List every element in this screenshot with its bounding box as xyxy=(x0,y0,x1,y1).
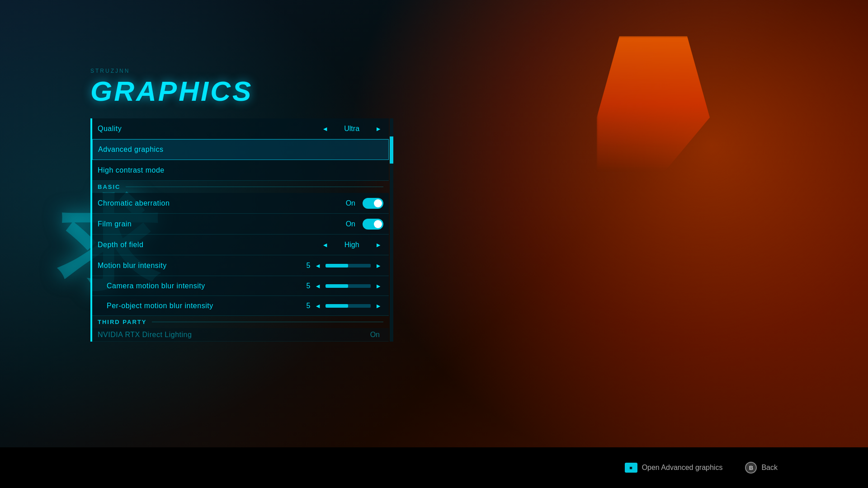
back-icon: B xyxy=(745,462,757,474)
quality-row[interactable]: Quality ◄ Ultra ► xyxy=(92,118,389,139)
section-third-party-text: THIRD PARTY xyxy=(98,319,146,325)
quality-value: Ultra xyxy=(334,125,370,133)
section-divider-basic xyxy=(126,187,383,187)
section-basic: BASIC xyxy=(92,181,389,193)
scrollbar[interactable] xyxy=(390,118,393,342)
depth-of-field-label: Depth of field xyxy=(98,241,320,249)
motion-blur-right-arrow[interactable]: ► xyxy=(373,262,383,269)
film-grain-row[interactable]: Film grain On xyxy=(92,214,389,235)
camera-blur-fill xyxy=(326,284,348,288)
per-object-blur-right-arrow[interactable]: ► xyxy=(373,302,383,310)
section-third-party: THIRD PARTY xyxy=(92,316,389,328)
quality-left-arrow[interactable]: ◄ xyxy=(320,125,330,132)
depth-value-container: ◄ High ► xyxy=(320,241,383,249)
nvidia-row[interactable]: NVIDIA RTX Direct Lighting On xyxy=(92,328,389,342)
back-label: Back xyxy=(761,464,778,472)
motion-blur-fill xyxy=(326,264,348,267)
chromatic-value-container: On xyxy=(346,198,383,209)
camera-blur-empty xyxy=(348,284,371,288)
quality-right-arrow[interactable]: ► xyxy=(373,125,383,132)
per-object-blur-empty xyxy=(348,304,371,308)
section-basic-text: BASIC xyxy=(98,183,120,190)
bottom-bar: ■ Open Advanced graphics B Back xyxy=(0,447,868,488)
camera-blur-value-container: 5 ◄ ► xyxy=(306,282,383,290)
section-divider-third-party xyxy=(152,322,383,322)
per-object-blur-fill xyxy=(326,304,348,308)
camera-blur-value-text: 5 xyxy=(306,282,310,290)
high-contrast-row[interactable]: High contrast mode xyxy=(92,160,389,181)
settings-list: Quality ◄ Ultra ► Advanced graphics High… xyxy=(90,118,389,342)
per-object-blur-label: Per-object motion blur intensity xyxy=(107,302,306,310)
quality-value-container: ◄ Ultra ► xyxy=(320,125,383,133)
film-grain-label: Film grain xyxy=(98,220,346,228)
motion-blur-value-container: 5 ◄ ► xyxy=(306,262,383,270)
motion-blur-label: Motion blur intensity xyxy=(98,262,306,270)
advanced-graphics-row[interactable]: Advanced graphics xyxy=(92,139,389,160)
scrollbar-thumb[interactable] xyxy=(390,136,393,164)
nvidia-value-text: On xyxy=(370,331,380,339)
chromatic-row[interactable]: Chromatic aberration On xyxy=(92,193,389,214)
menu-panel: STRUZJNN GRAPHICS Quality ◄ Ultra ► Adva… xyxy=(90,68,398,342)
depth-of-field-row[interactable]: Depth of field ◄ High ► xyxy=(92,235,389,255)
page-subtitle: STRUZJNN xyxy=(90,68,398,74)
film-grain-toggle[interactable] xyxy=(363,219,383,230)
motion-blur-empty xyxy=(348,264,371,267)
nvidia-label: NVIDIA RTX Direct Lighting xyxy=(98,331,370,339)
depth-value: High xyxy=(334,241,370,249)
back-action[interactable]: B Back xyxy=(745,462,778,474)
chromatic-label: Chromatic aberration xyxy=(98,199,346,207)
camera-blur-label: Camera motion blur intensity xyxy=(107,282,306,290)
open-advanced-icon: ■ xyxy=(625,463,637,473)
camera-blur-slider[interactable] xyxy=(326,284,371,288)
camera-blur-row[interactable]: Camera motion blur intensity 5 ◄ ► xyxy=(92,276,389,296)
page-title: GRAPHICS xyxy=(90,75,398,107)
motion-blur-left-arrow[interactable]: ◄ xyxy=(313,262,323,269)
depth-right-arrow[interactable]: ► xyxy=(373,241,383,249)
per-object-blur-row[interactable]: Per-object motion blur intensity 5 ◄ ► xyxy=(92,296,389,316)
content-area: 求 STRUZJNN GRAPHICS Quality ◄ Ultra ► Ad… xyxy=(0,41,868,447)
per-object-blur-slider[interactable] xyxy=(326,304,371,308)
per-object-blur-value-container: 5 ◄ ► xyxy=(306,302,383,310)
motion-blur-value-text: 5 xyxy=(306,262,310,270)
quality-label: Quality xyxy=(98,125,320,133)
film-grain-value-text: On xyxy=(346,220,355,228)
open-advanced-label: Open Advanced graphics xyxy=(642,464,723,472)
camera-blur-left-arrow[interactable]: ◄ xyxy=(313,282,323,290)
motion-blur-row[interactable]: Motion blur intensity 5 ◄ ► xyxy=(92,255,389,276)
high-contrast-label: High contrast mode xyxy=(98,166,383,174)
motion-blur-slider[interactable] xyxy=(326,264,371,267)
film-grain-value-container: On xyxy=(346,219,383,230)
advanced-graphics-label: Advanced graphics xyxy=(98,145,383,154)
chromatic-toggle[interactable] xyxy=(363,198,383,209)
per-object-blur-left-arrow[interactable]: ◄ xyxy=(313,302,323,310)
chromatic-value-text: On xyxy=(346,199,355,207)
nvidia-value-container: On xyxy=(370,331,383,339)
per-object-blur-value-text: 5 xyxy=(306,302,310,310)
depth-left-arrow[interactable]: ◄ xyxy=(320,241,330,249)
open-advanced-action[interactable]: ■ Open Advanced graphics xyxy=(625,463,723,473)
camera-blur-right-arrow[interactable]: ► xyxy=(373,282,383,290)
